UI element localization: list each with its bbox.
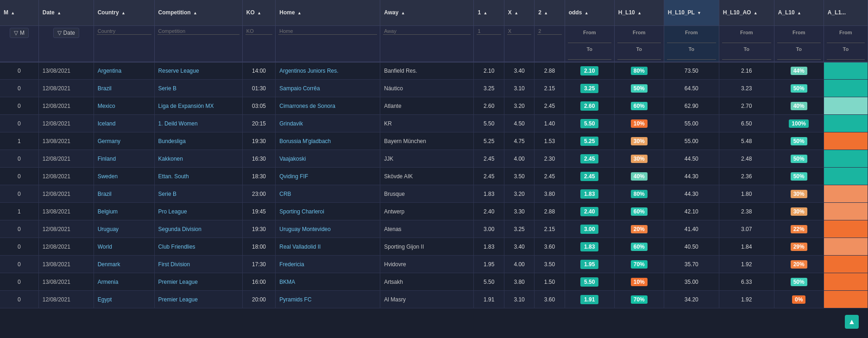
filter-hl10pl-from-input[interactable] [667,36,716,43]
cell-country[interactable]: Egypt [94,291,154,308]
cell-home[interactable]: Real Valladolid II [276,238,380,256]
col-header-date[interactable]: Date ▲ [38,0,94,25]
filter-al10-from-input[interactable] [777,36,821,43]
col-header-competition[interactable]: Competition ▲ [154,0,242,25]
cell-competition[interactable]: Premier League [154,273,242,291]
cell-home[interactable]: Uruguay Montevideo [276,220,380,238]
cell-2: 3.60 [535,238,565,256]
cell-competition[interactable]: Bundesliga [154,132,242,150]
filter-m-button[interactable]: ▽ M [10,28,29,38]
cell-competition[interactable]: First Division [154,256,242,273]
filter-al10b-from-input[interactable] [827,36,865,43]
filter-hl10ao-to-input[interactable] [722,53,771,60]
col-header-m[interactable]: M ▲ [0,0,38,25]
cell-home[interactable]: Argentinos Juniors Res. [276,62,380,80]
filter-away-input[interactable] [383,28,471,35]
cell-hl10pl: 35.00 [664,273,719,291]
filter-home-input[interactable] [278,28,377,35]
cell-date: 13/08/2021 [38,203,94,220]
cell-country[interactable]: Germany [94,132,154,150]
cell-competition[interactable]: Pro League [154,203,242,220]
filter-hl10pl-to-input[interactable] [667,53,716,60]
cell-away: Antwerp [380,203,474,220]
cell-home[interactable]: Borussia M'gladbach [276,132,380,150]
cell-odds: 2.10 [565,62,614,80]
cell-home[interactable]: Vaajakoski [276,150,380,168]
col-header-2[interactable]: 2 ▲ [535,0,565,25]
cell-competition[interactable]: Segunda Division [154,220,242,238]
odds-badge: 2.10 [580,66,598,75]
cell-competition[interactable]: Ettan. South [154,168,242,185]
cell-home[interactable]: Grindavik [276,115,380,132]
cell-home[interactable]: BKMA [276,273,380,291]
cell-date: 13/08/2021 [38,256,94,273]
filter-competition-input[interactable] [157,28,239,35]
cell-country[interactable]: Belgium [94,203,154,220]
cell-home[interactable]: Qviding FIF [276,168,380,185]
filter-odds-to-input[interactable] [568,53,611,60]
cell-competition[interactable]: Premier League [154,291,242,308]
filter-date-button[interactable]: ▽ Date [53,28,79,38]
cell-country[interactable]: Brazil [94,80,154,97]
col-header-odds[interactable]: odds ▲ [565,0,614,25]
cell-home[interactable]: Pyramids FC [276,291,380,308]
cell-country[interactable]: Mexico [94,97,154,115]
filter-row: ▽ M ▽ Date [0,25,868,62]
col-header-country[interactable]: Country ▲ [94,0,154,25]
cell-country[interactable]: Brazil [94,185,154,203]
filter-x-input[interactable] [507,28,531,35]
cell-x: 4.50 [504,115,534,132]
hl10-pct-badge: 70% [631,260,648,269]
cell-m: 0 [0,220,38,238]
cell-home[interactable]: CRB [276,185,380,203]
cell-competition[interactable]: 1. Deild Women [154,115,242,132]
col-header-ko[interactable]: KO ▲ [242,0,275,25]
filter-2-input[interactable] [537,28,561,35]
filter-al10-to-input[interactable] [777,53,821,60]
cell-competition[interactable]: Liga de Expansión MX [154,97,242,115]
cell-competition[interactable]: Club Friendlies [154,238,242,256]
odds-badge: 1.83 [580,189,598,199]
col-header-al10b[interactable]: A_L1... [824,0,868,25]
filter-hl10-from-input[interactable] [617,36,661,43]
filter-1-input[interactable] [477,28,501,35]
cell-country[interactable]: Finland [94,150,154,168]
filter-odds-from-input[interactable] [568,36,611,43]
filter-hl10-to-input[interactable] [617,53,661,60]
cell-al10: 50% [774,150,824,168]
filter-ko [242,25,275,62]
cell-country[interactable]: Uruguay [94,220,154,238]
cell-hl10: 50% [614,80,664,97]
cell-competition[interactable]: Serie B [154,80,242,97]
col-header-1[interactable]: 1 ▲ [474,0,504,25]
filter-country-input[interactable] [97,28,151,35]
cell-country[interactable]: Argentina [94,62,154,80]
cell-hl10: 30% [614,150,664,168]
col-header-hl10ao[interactable]: H_L10_AO ▲ [719,0,774,25]
cell-competition[interactable]: Reserve League [154,62,242,80]
cell-home[interactable]: Sampaio Corrêa [276,80,380,97]
cell-country[interactable]: Armenia [94,273,154,291]
cell-country[interactable]: World [94,238,154,256]
filter-ko-input[interactable] [245,28,272,35]
cell-country[interactable]: Iceland [94,115,154,132]
cell-home[interactable]: Sporting Charleroi [276,203,380,220]
col-header-al10[interactable]: A_L10 ▲ [774,0,824,25]
cell-al10b [824,115,868,132]
cell-ko: 01:30 [242,80,275,97]
filter-hl10ao-from-input[interactable] [722,36,771,43]
cell-home[interactable]: Fredericia [276,256,380,273]
col-header-x[interactable]: X ▲ [504,0,534,25]
cell-country[interactable]: Denmark [94,256,154,273]
col-header-hl10pl[interactable]: H_L10_PL ▼ [664,0,719,25]
cell-al10: 100% [774,115,824,132]
cell-competition[interactable]: Serie B [154,185,242,203]
cell-competition[interactable]: Kakkonen [154,150,242,168]
cell-2: 3.80 [535,185,565,203]
col-header-away[interactable]: Away ▲ [380,0,474,25]
filter-al10b-to-input[interactable] [827,53,865,60]
cell-country[interactable]: Sweden [94,168,154,185]
cell-home[interactable]: Cimarrones de Sonora [276,97,380,115]
col-header-home[interactable]: Home ▲ [276,0,380,25]
col-header-hl10[interactable]: H_L10 ▲ [614,0,664,25]
